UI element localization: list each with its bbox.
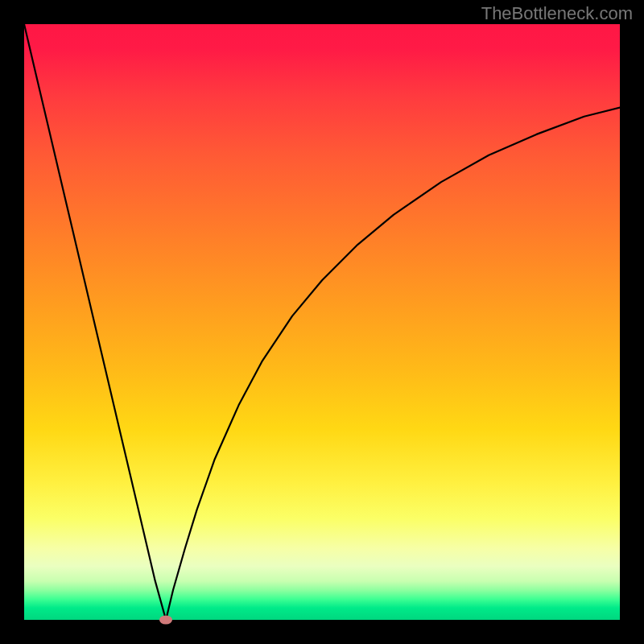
bottleneck-curve (24, 24, 620, 620)
plot-area (24, 24, 620, 620)
chart-frame: TheBottleneck.com (0, 0, 644, 644)
minimum-marker (159, 616, 172, 625)
watermark-label: TheBottleneck.com (481, 3, 633, 24)
